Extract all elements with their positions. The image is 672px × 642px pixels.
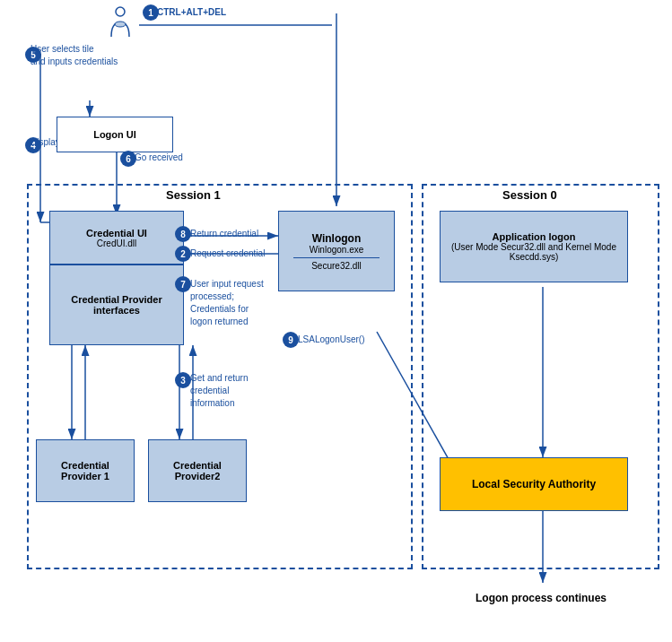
step-7-circle: 7 — [175, 276, 191, 292]
lsa-label: Local Security Authority — [472, 478, 596, 490]
return-credential-label: Return credential — [190, 229, 258, 239]
session1-label: Session 1 — [166, 188, 221, 202]
credential-provider-interfaces-label: Credential Provider interfaces — [54, 294, 179, 316]
go-received-label: Go received — [135, 152, 183, 162]
user-input-label: User input requestprocessed;Credentials … — [190, 278, 264, 328]
winlogon-exe-label: Winlogon.exe — [310, 245, 364, 255]
local-security-authority-box: Local Security Authority — [440, 457, 628, 511]
session0-label: Session 0 — [502, 188, 557, 202]
credential-provider2-box: Credential Provider2 — [148, 439, 247, 502]
application-logon-box: Application logon (User Mode Secur32.dll… — [440, 211, 628, 282]
step-9-circle: 9 — [283, 332, 299, 348]
step-8-circle: 8 — [175, 226, 191, 242]
winlogon-box: Winlogon Winlogon.exe Secure32.dll — [278, 211, 395, 291]
user-icon — [108, 4, 133, 39]
user-selects-label: User selects tileand inputs credentials — [31, 43, 118, 68]
logon-ui-box: Logon UI — [57, 117, 173, 152]
step-3-circle: 3 — [175, 372, 191, 388]
credential-provider1-label: Credential Provider 1 — [40, 460, 130, 482]
get-return-label: Get and returncredentialinformation — [190, 372, 248, 410]
credential-provider1-box: Credential Provider 1 — [36, 439, 135, 502]
credential-ui-sublabel: CredUI.dll — [97, 239, 136, 248]
credential-provider2-label: Credential Provider2 — [153, 460, 242, 482]
credential-ui-box: Credential UI CredUI.dll — [49, 211, 184, 265]
secure32-label: Secure32.dll — [311, 261, 362, 271]
credential-provider-interfaces-box: Credential Provider interfaces — [49, 265, 184, 345]
application-logon-label: Application logon — [493, 231, 576, 242]
step-2-circle: 2 — [175, 246, 191, 262]
winlogon-label: Winlogon — [312, 232, 362, 245]
credential-ui-label: Credential UI — [86, 228, 147, 239]
svg-point-19 — [116, 7, 125, 16]
request-credential-label: Request credential — [190, 248, 265, 258]
ctrl-alt-del-label: CTRL+ALT+DEL — [157, 7, 226, 17]
application-logon-sublabel: (User Mode Secur32.dll and Kernel Mode K… — [444, 242, 624, 262]
logon-process-continues-label: Logon process continues — [476, 592, 607, 604]
svg-point-20 — [115, 22, 126, 27]
diagram: 1 CTRL+ALT+DEL 5 User selects tileand in… — [0, 0, 672, 642]
lsa-logon-user-label: LSALogonUser() — [298, 334, 364, 344]
logon-ui-label: Logon UI — [93, 129, 136, 140]
